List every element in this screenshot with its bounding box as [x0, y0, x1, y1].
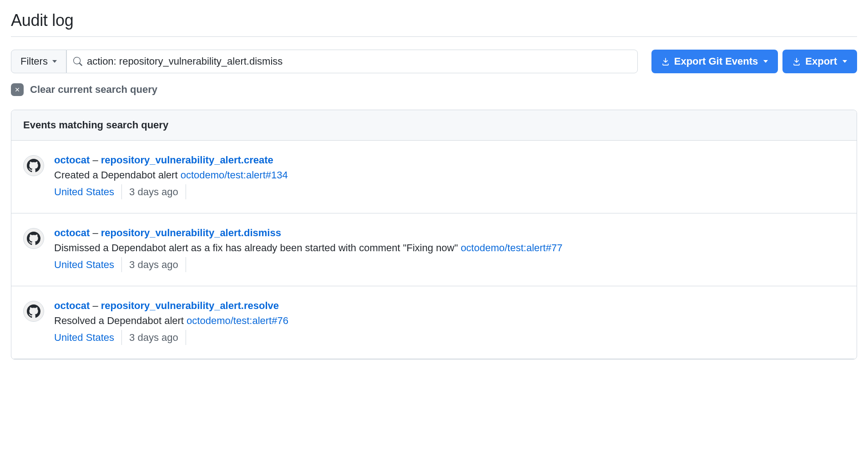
- event-meta: United States 3 days ago: [54, 257, 845, 272]
- event-row: octocat – repository_vulnerability_alert…: [11, 286, 857, 359]
- search-input[interactable]: [87, 56, 631, 67]
- x-icon: [14, 86, 20, 93]
- event-action-link[interactable]: repository_vulnerability_alert.dismiss: [101, 227, 281, 238]
- event-title: octocat – repository_vulnerability_alert…: [54, 225, 845, 240]
- search-icon: [73, 57, 82, 66]
- event-body: octocat – repository_vulnerability_alert…: [54, 225, 845, 272]
- search-field-wrap[interactable]: [66, 50, 638, 73]
- event-action-link[interactable]: repository_vulnerability_alert.create: [101, 154, 273, 166]
- event-description: Resolved a Dependabot alert octodemo/tes…: [54, 313, 845, 328]
- download-icon: [661, 57, 670, 66]
- export-git-events-label: Export Git Events: [674, 56, 758, 67]
- filters-label: Filters: [20, 56, 48, 67]
- event-separator: –: [92, 300, 101, 311]
- event-object-link[interactable]: octodemo/test:alert#134: [181, 169, 288, 181]
- toolbar: Filters Export Git Events Export: [11, 50, 857, 73]
- event-separator: –: [92, 227, 101, 238]
- caret-down-icon: [763, 60, 768, 63]
- export-label: Export: [805, 56, 837, 67]
- event-description: Created a Dependabot alert octodemo/test…: [54, 167, 845, 182]
- octocat-icon: [27, 304, 40, 318]
- event-body: octocat – repository_vulnerability_alert…: [54, 152, 845, 199]
- event-separator: –: [92, 154, 101, 166]
- event-location-link[interactable]: United States: [54, 184, 122, 199]
- event-body: octocat – repository_vulnerability_alert…: [54, 298, 845, 345]
- octocat-icon: [27, 159, 40, 172]
- caret-down-icon: [843, 60, 847, 63]
- avatar[interactable]: [23, 228, 44, 249]
- event-actor-link[interactable]: octocat: [54, 300, 90, 311]
- event-title: octocat – repository_vulnerability_alert…: [54, 152, 845, 167]
- event-object-link[interactable]: octodemo/test:alert#77: [461, 242, 563, 253]
- export-git-events-button[interactable]: Export Git Events: [651, 50, 778, 73]
- avatar[interactable]: [23, 301, 44, 322]
- filters-button[interactable]: Filters: [11, 50, 66, 73]
- event-row: octocat – repository_vulnerability_alert…: [11, 141, 857, 213]
- event-timestamp: 3 days ago: [122, 184, 186, 199]
- caret-down-icon: [52, 60, 57, 63]
- page-title: Audit log: [11, 11, 857, 37]
- event-description-text: Resolved a Dependabot alert: [54, 315, 187, 326]
- octocat-icon: [27, 232, 40, 245]
- event-location-link[interactable]: United States: [54, 330, 122, 345]
- event-location-link[interactable]: United States: [54, 257, 122, 272]
- event-action-link[interactable]: repository_vulnerability_alert.resolve: [101, 300, 279, 311]
- event-title: octocat – repository_vulnerability_alert…: [54, 298, 845, 313]
- event-actor-link[interactable]: octocat: [54, 227, 90, 238]
- event-actor-link[interactable]: octocat: [54, 154, 90, 166]
- event-timestamp: 3 days ago: [122, 257, 186, 272]
- event-meta: United States 3 days ago: [54, 184, 845, 199]
- event-description: Dismissed a Dependabot alert as a fix ha…: [54, 240, 845, 255]
- download-icon: [792, 57, 801, 66]
- events-panel: Events matching search query octocat – r…: [11, 110, 857, 360]
- clear-search-chip[interactable]: [11, 83, 24, 96]
- clear-search-row: Clear current search query: [11, 83, 857, 96]
- event-description-text: Dismissed a Dependabot alert as a fix ha…: [54, 242, 461, 253]
- event-description-text: Created a Dependabot alert: [54, 169, 181, 181]
- event-timestamp: 3 days ago: [122, 330, 186, 345]
- event-meta: United States 3 days ago: [54, 330, 845, 345]
- clear-search-label[interactable]: Clear current search query: [30, 84, 157, 96]
- event-row: octocat – repository_vulnerability_alert…: [11, 213, 857, 286]
- export-button[interactable]: Export: [782, 50, 857, 73]
- events-panel-header: Events matching search query: [11, 110, 857, 141]
- avatar[interactable]: [23, 155, 44, 176]
- event-object-link[interactable]: octodemo/test:alert#76: [187, 315, 288, 326]
